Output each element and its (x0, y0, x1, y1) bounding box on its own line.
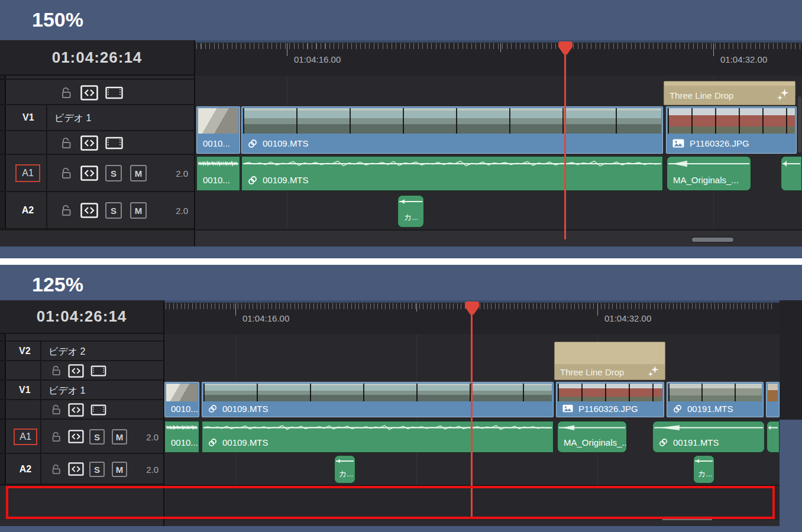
zoom-level-label-125: 125% (32, 273, 83, 296)
auto-select-icon[interactable] (80, 203, 98, 218)
clip-label: 00109.MTS (242, 134, 662, 153)
lock-icon[interactable] (60, 86, 72, 99)
track-a1-destination-badge[interactable]: A1 (15, 164, 40, 182)
clip-label: P1160326.JPG (557, 400, 664, 417)
auto-select-icon[interactable] (68, 462, 84, 476)
clip-title-three-line-drop[interactable]: Three Line Drop (554, 342, 665, 380)
clip-video-0010-partial[interactable]: 0010... (164, 382, 199, 417)
timeline-panel-125: 01:04:16.00 01:04:32.00 Three Line Drop … (0, 300, 802, 526)
clip-audio-ma-originals[interactable]: MA_Originals_... (667, 156, 751, 191)
lock-icon[interactable] (60, 137, 72, 150)
clip-audio-00191[interactable]: 00191.MTS (652, 421, 765, 453)
auto-select-icon[interactable] (80, 135, 98, 151)
clip-thumbnails (198, 108, 238, 134)
track-a2-header[interactable]: A2 S M 2.0 (0, 454, 163, 485)
clip-video-00109[interactable]: 00109.MTS (241, 106, 663, 154)
ruler-major-tick (713, 43, 714, 56)
track-channels: 2.0 (168, 168, 188, 179)
clip-video-00109[interactable]: 00109.MTS (202, 382, 554, 417)
auto-select-icon[interactable] (68, 364, 84, 378)
track-number: A1 (22, 168, 34, 179)
solo-button[interactable]: S (105, 202, 122, 219)
timeline-panel-150: 01:04:16.00 01:04:32.00 Three Line Drop … (0, 40, 802, 246)
track-a1-destination-badge[interactable]: A1 (14, 429, 37, 445)
track-a2-header[interactable]: A2 S M 2.0 (0, 192, 194, 229)
clip-audio-ka[interactable]: カ... (693, 455, 714, 484)
waveform (695, 458, 713, 465)
clip-label: 0010... (197, 134, 240, 153)
lock-icon[interactable] (51, 463, 62, 475)
waveform (243, 158, 661, 169)
clip-thumbnails (768, 384, 778, 401)
ruler-mid-tick (416, 303, 417, 312)
clip-audio-partial-right[interactable] (781, 156, 802, 191)
row-divider (0, 334, 163, 342)
filmstrip-icon[interactable] (105, 86, 123, 100)
timeline-ruler[interactable]: 01:04:16.00 01:04:32.00 (195, 40, 802, 76)
sparkles-icon (775, 88, 790, 102)
waveform (336, 458, 354, 465)
track-v1-header[interactable]: V1 ビデオ 1 (0, 105, 194, 131)
mute-button[interactable]: M (130, 202, 147, 219)
row-divider (0, 76, 194, 80)
lock-icon[interactable] (51, 431, 62, 443)
track-number: A2 (14, 461, 37, 478)
column-divider (46, 105, 47, 229)
waveform (559, 423, 625, 432)
clip-video-p1160326[interactable]: P1160326.JPG (556, 382, 664, 417)
track-number: V1 (19, 385, 31, 395)
waveform (198, 158, 238, 169)
clip-audio-ka[interactable]: カ... (397, 195, 424, 228)
ruler-timecode-label: 01:04:16.00 (294, 54, 341, 64)
track-v2-header[interactable]: V2 ビデオ 2 (0, 342, 163, 361)
clip-audio-ma-originals[interactable]: MA_Originals_... (557, 421, 627, 453)
track-v1-header[interactable]: V1 ビデオ 1 (0, 381, 163, 400)
clip-video-partial-right[interactable] (766, 382, 780, 417)
timecode-display[interactable]: 01:04:26:14 (0, 300, 163, 334)
mute-button[interactable]: M (112, 462, 127, 477)
clip-title-three-line-drop[interactable]: Three Line Drop (664, 81, 795, 105)
track-a1-header[interactable]: A1 S M 2.0 (0, 155, 194, 192)
clip-video-0010-partial[interactable]: 0010... (196, 106, 240, 154)
horizontal-scrollbar[interactable] (691, 236, 735, 243)
waveform (768, 423, 778, 432)
track-a1-header[interactable]: A1 S M 2.0 (0, 420, 163, 454)
image-icon (562, 404, 573, 413)
solo-button[interactable]: S (105, 165, 122, 181)
auto-select-icon[interactable] (80, 166, 98, 181)
clip-thumbnails (243, 108, 661, 134)
track-v2-controls (0, 361, 163, 381)
mute-button[interactable]: M (130, 165, 147, 181)
clip-audio-0010-partial[interactable]: 0010... (196, 156, 240, 191)
lock-icon[interactable] (60, 204, 72, 217)
ruler-timecode-label: 01:04:32.00 (604, 313, 651, 323)
clip-label: MA_Originals_... (673, 175, 739, 185)
clip-audio-0010-partial[interactable]: 0010... (164, 421, 199, 453)
clip-video-p1160326[interactable]: P1160326.JPG (666, 106, 797, 154)
clip-audio-00109[interactable]: 00109.MTS (241, 156, 663, 191)
filmstrip-icon[interactable] (105, 136, 123, 150)
vertical-scrollbar[interactable] (798, 96, 801, 153)
link-icon (208, 404, 217, 413)
auto-select-icon[interactable] (80, 85, 98, 100)
ruler-timecode-label: 01:04:32.00 (720, 54, 767, 64)
clip-audio-ka[interactable]: カ... (334, 455, 355, 484)
clip-video-00191[interactable]: 00191.MTS (667, 382, 764, 417)
mute-button[interactable]: M (112, 429, 127, 445)
solo-button[interactable]: S (89, 429, 105, 445)
auto-select-icon[interactable] (68, 403, 84, 417)
link-icon (208, 438, 217, 447)
lock-icon[interactable] (60, 167, 72, 180)
clip-audio-partial-right[interactable] (767, 421, 780, 453)
lock-icon[interactable] (51, 404, 62, 416)
link-icon (659, 438, 668, 447)
timecode-display[interactable]: 01:04:26:14 (0, 40, 194, 76)
filmstrip-icon[interactable] (90, 365, 106, 377)
clip-audio-00109[interactable]: 00109.MTS (202, 421, 554, 453)
solo-button[interactable]: S (89, 462, 105, 477)
filmstrip-icon[interactable] (90, 404, 106, 416)
lock-icon[interactable] (51, 365, 62, 377)
auto-select-icon[interactable] (68, 430, 84, 443)
playhead[interactable] (558, 41, 573, 242)
track-number: V2 (19, 346, 31, 356)
